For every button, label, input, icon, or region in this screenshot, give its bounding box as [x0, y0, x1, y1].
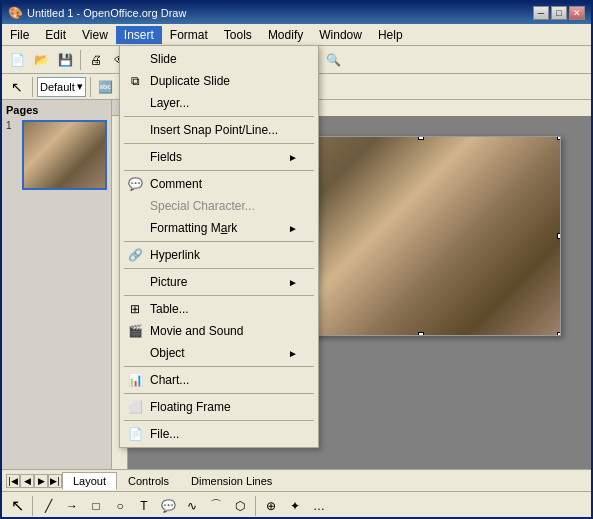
- bt-sep2: [255, 496, 256, 516]
- handle-tm[interactable]: [418, 136, 424, 140]
- page-item-1[interactable]: 1: [6, 120, 107, 190]
- tab-nav-last[interactable]: ▶|: [48, 474, 62, 488]
- handle-tr[interactable]: [557, 136, 561, 140]
- toolbar-sep-1: [80, 50, 81, 70]
- chart-icon: 📊: [124, 369, 146, 391]
- bottom-tool-arrow[interactable]: ↖: [6, 495, 28, 517]
- handle-br[interactable]: [557, 332, 561, 336]
- nav-btn[interactable]: 🔍: [322, 49, 344, 71]
- hyperlink-icon: 🔗: [124, 244, 146, 266]
- menu-window[interactable]: Window: [311, 26, 370, 44]
- bottom-tool-ellipse[interactable]: ○: [109, 495, 131, 517]
- menu-object[interactable]: Object ►: [120, 342, 318, 364]
- menu-insert-snap-label: Insert Snap Point/Line...: [150, 123, 278, 137]
- bottom-tool-curve[interactable]: ∿: [181, 495, 203, 517]
- dropdown-arrow: ▾: [77, 80, 83, 93]
- tab-nav-first[interactable]: |◀: [6, 474, 20, 488]
- sep1: [124, 116, 314, 117]
- bottom-tool-effects[interactable]: ✦: [284, 495, 306, 517]
- bottom-tool-more[interactable]: …: [308, 495, 330, 517]
- minimize-button[interactable]: ─: [533, 6, 549, 20]
- title-bar-controls: ─ □ ✕: [533, 6, 585, 20]
- bottom-tool-line[interactable]: ╱: [37, 495, 59, 517]
- menu-layer-label: Layer...: [150, 96, 189, 110]
- menu-picture[interactable]: Picture ►: [120, 271, 318, 293]
- window-title: Untitled 1 - OpenOffice.org Draw: [27, 7, 186, 19]
- tab-dimension-lines[interactable]: Dimension Lines: [180, 472, 283, 490]
- menu-bar: File Edit View Insert Format Tools Modif…: [2, 24, 591, 46]
- table-icon: ⊞: [124, 298, 146, 320]
- fields-submenu-arrow: ►: [288, 152, 298, 163]
- menu-floating-frame[interactable]: ⬜ Floating Frame: [120, 396, 318, 418]
- bottom-tool-snap[interactable]: ⊕: [260, 495, 282, 517]
- menu-table[interactable]: ⊞ Table...: [120, 298, 318, 320]
- menu-comment[interactable]: 💬 Comment: [120, 173, 318, 195]
- menu-file[interactable]: File: [2, 26, 37, 44]
- handle-mr[interactable]: [557, 233, 561, 239]
- tab-layout[interactable]: Layout: [62, 472, 117, 490]
- menu-insert[interactable]: Insert: [116, 26, 162, 44]
- floating-frame-icon: ⬜: [124, 396, 146, 418]
- sep7: [124, 366, 314, 367]
- menu-help[interactable]: Help: [370, 26, 411, 44]
- menu-formatting-mark-label: Formatting Mark: [150, 221, 237, 235]
- menu-fields[interactable]: Fields ►: [120, 146, 318, 168]
- menu-hyperlink-label: Hyperlink: [150, 248, 200, 262]
- menu-picture-label: Picture: [150, 275, 187, 289]
- menu-movie-sound[interactable]: 🎬 Movie and Sound: [120, 320, 318, 342]
- bottom-tool-callout[interactable]: 💬: [157, 495, 179, 517]
- menu-chart[interactable]: 📊 Chart...: [120, 369, 318, 391]
- bottom-tool-arrow2[interactable]: →: [61, 495, 83, 517]
- menu-formatting-mark[interactable]: Formatting Mark ►: [120, 217, 318, 239]
- print-button[interactable]: 🖨: [85, 49, 107, 71]
- page-thumbnail-1[interactable]: [22, 120, 107, 190]
- bottom-tool-connector[interactable]: ⌒: [205, 495, 227, 517]
- app-icon: 🎨: [8, 6, 23, 20]
- handle-bm[interactable]: [418, 332, 424, 336]
- menu-special-char-label: Special Character...: [150, 199, 255, 213]
- close-button[interactable]: ✕: [569, 6, 585, 20]
- save-button[interactable]: 💾: [54, 49, 76, 71]
- bottom-toolbar: ↖ ╱ → □ ○ T 💬 ∿ ⌒ ⬡ ⊕ ✦ …: [2, 491, 591, 519]
- page-number-1: 1: [6, 120, 20, 131]
- menu-layer[interactable]: Layer...: [120, 92, 318, 114]
- duplicate-slide-icon: ⧉: [124, 70, 146, 92]
- maximize-button[interactable]: □: [551, 6, 567, 20]
- menu-format[interactable]: Format: [162, 26, 216, 44]
- tool2-btn1[interactable]: 🔤: [95, 76, 117, 98]
- menu-insert-snap[interactable]: Insert Snap Point/Line...: [120, 119, 318, 141]
- menu-edit[interactable]: Edit: [37, 26, 74, 44]
- sep3: [124, 170, 314, 171]
- style-dropdown[interactable]: Default ▾: [37, 77, 86, 97]
- menu-file-insert[interactable]: 📄 File...: [120, 423, 318, 445]
- bottom-tool-text[interactable]: T: [133, 495, 155, 517]
- menu-table-label: Table...: [150, 302, 189, 316]
- slide-image: [282, 137, 560, 335]
- menu-movie-sound-label: Movie and Sound: [150, 324, 243, 338]
- arrow-tool[interactable]: ↖: [6, 76, 28, 98]
- tab-controls[interactable]: Controls: [117, 472, 180, 490]
- picture-submenu-arrow: ►: [288, 277, 298, 288]
- menu-slide[interactable]: Slide: [120, 48, 318, 70]
- slide[interactable]: [281, 136, 561, 336]
- pages-panel: Pages 1: [2, 100, 112, 469]
- bottom-tool-3d[interactable]: ⬡: [229, 495, 251, 517]
- tab-nav-next[interactable]: ▶: [34, 474, 48, 488]
- menu-tools[interactable]: Tools: [216, 26, 260, 44]
- sep9: [124, 420, 314, 421]
- menu-fields-label: Fields: [150, 150, 182, 164]
- menu-object-label: Object: [150, 346, 185, 360]
- menu-view[interactable]: View: [74, 26, 116, 44]
- title-bar-left: 🎨 Untitled 1 - OpenOffice.org Draw: [8, 6, 186, 20]
- open-button[interactable]: 📂: [30, 49, 52, 71]
- menu-duplicate-slide[interactable]: ⧉ Duplicate Slide: [120, 70, 318, 92]
- sep8: [124, 393, 314, 394]
- menu-hyperlink[interactable]: 🔗 Hyperlink: [120, 244, 318, 266]
- new-button[interactable]: 📄: [6, 49, 28, 71]
- menu-modify[interactable]: Modify: [260, 26, 311, 44]
- tab-nav-prev[interactable]: ◀: [20, 474, 34, 488]
- file-insert-icon: 📄: [124, 423, 146, 445]
- sep5: [124, 268, 314, 269]
- formatting-mark-submenu-arrow: ►: [288, 223, 298, 234]
- bottom-tool-rect[interactable]: □: [85, 495, 107, 517]
